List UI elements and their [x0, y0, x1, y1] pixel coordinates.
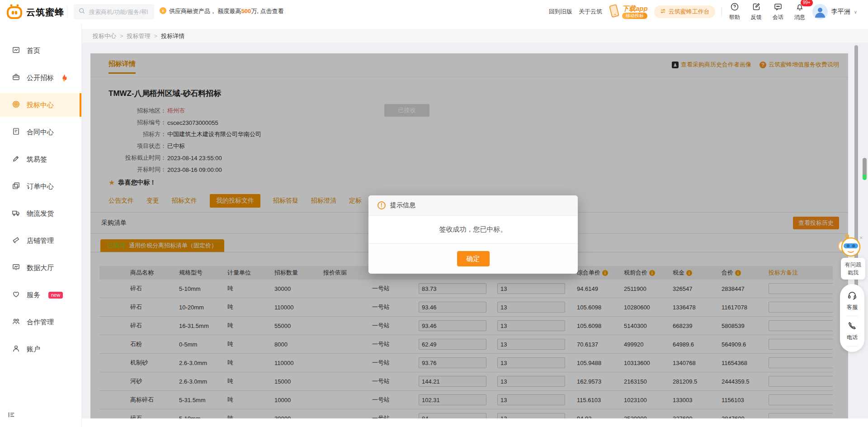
- remark-input[interactable]: [769, 357, 833, 368]
- tax-rate-input[interactable]: [497, 357, 565, 368]
- breadcrumb-separator: >: [154, 33, 158, 39]
- cell-tax: 326547: [668, 280, 717, 298]
- cell-product-name: 碎石: [126, 280, 175, 298]
- tax-rate-input[interactable]: [497, 413, 565, 418]
- bid-field-row: 招标方 中国建筑土木建设有限公司华南公司: [90, 128, 848, 140]
- header-nav: 帮助 反馈 会话: [728, 2, 806, 21]
- finance-promo-link[interactable]: ¥ 供应商融资产品， 额度最高500万, 点击查看: [159, 7, 284, 16]
- sidebar-item[interactable]: 数据大厅: [0, 256, 81, 280]
- sidebar-item[interactable]: 物流发货: [0, 202, 81, 225]
- detail-tab[interactable]: 定标: [349, 194, 362, 208]
- search-box[interactable]: [74, 4, 154, 19]
- sidebar-item[interactable]: 合同中心: [0, 120, 81, 144]
- helper-bee-mascot[interactable]: [837, 233, 863, 260]
- new-badge: new: [48, 292, 63, 299]
- price-input[interactable]: [419, 357, 486, 368]
- close-icon[interactable]: ×: [859, 234, 863, 241]
- chat-icon: [774, 2, 783, 13]
- tax-rate-input[interactable]: [497, 394, 565, 405]
- cell-tax: 1340768: [668, 354, 717, 372]
- bid-title: TMWZ-八局梧州区域-砂石料招标: [108, 88, 848, 99]
- bid-history-button[interactable]: 查看投标历史: [793, 217, 839, 229]
- service-pill: 客服 电话: [840, 284, 864, 352]
- remark-input[interactable]: [769, 413, 833, 418]
- price-input[interactable]: [419, 302, 486, 313]
- header-nav-item[interactable]: 帮助: [728, 2, 741, 21]
- sidebar-item[interactable]: 订单中心: [0, 175, 81, 198]
- detail-tab[interactable]: 招标文件: [172, 194, 197, 208]
- tax-rate-input[interactable]: [497, 320, 565, 331]
- workbench-pill[interactable]: 云筑蜜蜂工作台: [654, 5, 715, 18]
- user-menu[interactable]: 李平洲 ∨: [812, 4, 857, 19]
- cell-tax: 668239: [668, 317, 717, 335]
- tax-rate-input[interactable]: [497, 376, 565, 387]
- detail-tab[interactable]: 招标答疑: [273, 194, 298, 208]
- price-input[interactable]: [419, 376, 486, 387]
- shop-icon: [12, 236, 20, 246]
- service-fees-link[interactable]: ? 云筑蜜蜂增值服务收费说明: [760, 61, 839, 69]
- header-nav-item[interactable]: 反馈: [750, 2, 763, 21]
- tax-rate-input[interactable]: [497, 283, 565, 294]
- info-icon[interactable]: [649, 270, 655, 276]
- tax-rate-input[interactable]: [497, 339, 565, 350]
- cell-total: 2838447: [717, 280, 764, 298]
- sidebar-item[interactable]: 公开招标: [0, 66, 81, 90]
- detail-tab[interactable]: 招标澄清: [311, 194, 336, 208]
- sidebar-item[interactable]: 首页: [0, 39, 81, 62]
- remark-input[interactable]: [769, 339, 833, 350]
- detail-tab[interactable]: 公告文件: [108, 194, 134, 208]
- tab-bid-detail[interactable]: 招标详情: [108, 60, 136, 74]
- about-link[interactable]: 关于云筑: [579, 8, 602, 16]
- table-row: 碎石 16-31.5mm 吨 55000 一号站 105.6098 514030…: [99, 317, 833, 335]
- search-icon: [78, 7, 85, 16]
- brand-logo[interactable]: 云筑蜜蜂: [6, 4, 64, 21]
- sidebar-item[interactable]: 服务 new: [0, 283, 81, 307]
- old-version-link[interactable]: 回到旧版: [549, 8, 572, 16]
- field-value: 已中标: [167, 142, 185, 150]
- price-input[interactable]: [419, 394, 486, 405]
- service-item[interactable]: 客服: [847, 290, 858, 311]
- detail-tab[interactable]: 我的投标文件: [210, 194, 260, 208]
- info-icon[interactable]: [735, 270, 741, 276]
- detail-tab[interactable]: 变更: [146, 194, 159, 208]
- price-input[interactable]: [419, 320, 486, 331]
- price-input[interactable]: [419, 283, 486, 294]
- collapse-sidebar-icon[interactable]: [7, 411, 15, 421]
- modal-message: 签收成功，您已中标。: [368, 216, 578, 244]
- breadcrumb-item: 投标详情 >: [161, 32, 184, 40]
- sidebar-item[interactable]: 投标中心: [0, 93, 81, 117]
- tax-rate-input[interactable]: [497, 302, 565, 313]
- download-app-badge[interactable]: 下载app 移动投标: [609, 4, 648, 19]
- remark-input[interactable]: [769, 394, 833, 405]
- info-icon[interactable]: [602, 270, 608, 276]
- cell-total: 564909.6: [717, 335, 764, 354]
- info-icon[interactable]: [686, 270, 692, 276]
- helper-bubble[interactable]: 有问题 戳我: [841, 258, 865, 280]
- cell-spec: 0-5mm: [175, 335, 223, 354]
- cell-basis: [319, 409, 368, 419]
- price-input[interactable]: [419, 339, 486, 350]
- cell-unit: 吨: [223, 372, 270, 391]
- header-nav-item[interactable]: 会话: [772, 2, 784, 21]
- cell-product-name: 高标碎石: [126, 391, 175, 409]
- sidebar-item[interactable]: 账户: [0, 337, 81, 361]
- sidebar-item[interactable]: 筑易签: [0, 147, 81, 171]
- buyer-portrait-link[interactable]: 查看采购商历史合作者画像: [672, 61, 751, 69]
- field-label: 招标编号: [90, 119, 166, 127]
- remark-input[interactable]: [769, 320, 833, 331]
- remark-input[interactable]: [769, 376, 833, 387]
- remark-input[interactable]: [769, 283, 833, 294]
- price-input[interactable]: [419, 413, 486, 418]
- modal-title: 提示信息: [390, 201, 415, 209]
- remark-input[interactable]: [769, 302, 833, 313]
- search-input[interactable]: [88, 8, 149, 16]
- header-nav-item[interactable]: 消息 99+: [793, 2, 806, 21]
- received-button[interactable]: 已接收: [384, 104, 429, 117]
- service-item[interactable]: 电话: [847, 321, 858, 342]
- home-icon: [12, 46, 20, 56]
- header-sub-strip: [82, 24, 868, 29]
- sidebar-item[interactable]: 店铺管理: [0, 229, 81, 252]
- price-list-tab[interactable]: 已填写 通用价税分离招标清单（固定价）: [100, 239, 224, 252]
- sidebar-item[interactable]: 合作管理: [0, 310, 81, 334]
- confirm-button[interactable]: 确定: [457, 251, 490, 266]
